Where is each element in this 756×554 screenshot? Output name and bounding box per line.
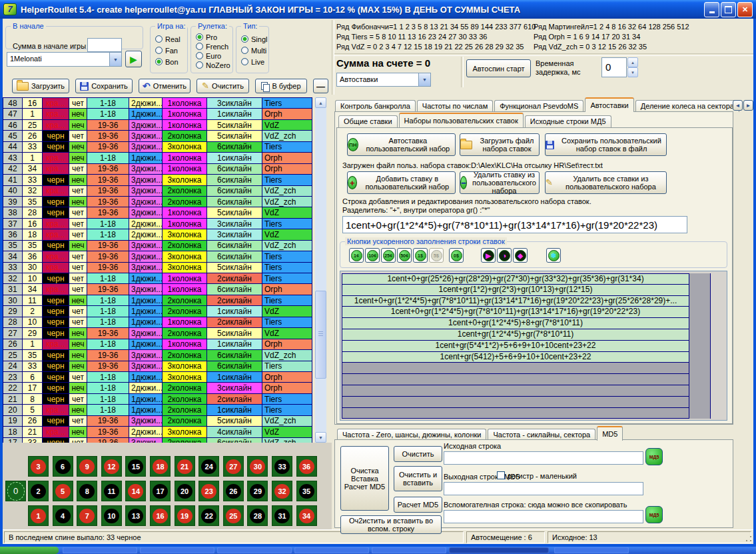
- board-cell-16[interactable]: 16: [150, 505, 171, 526]
- board-cell-9[interactable]: 9: [77, 456, 97, 477]
- md5-icon-button-1[interactable]: МД5: [645, 448, 663, 465]
- radio-pro[interactable]: Pro: [196, 33, 232, 41]
- board-cell-22[interactable]: 22: [198, 505, 219, 526]
- scrollbar-down-button[interactable]: ▼: [315, 432, 326, 443]
- board-cell-30[interactable]: 30: [247, 456, 268, 477]
- quick-button-coin-1c[interactable]: 1¢: [349, 248, 364, 263]
- table-row[interactable]: 1926чернчет19-363дюжи...2колонка5сиклайн…: [3, 416, 312, 427]
- table-scrollbar[interactable]: ▲ ▼: [315, 97, 326, 443]
- radio-bon[interactable]: Bon: [155, 57, 187, 66]
- delay-spinner-value[interactable]: 0: [601, 57, 627, 77]
- source-string-input[interactable]: [444, 451, 643, 465]
- table-row[interactable]: 3011черннеч1-181дюжи...2колонка2сиклайнT…: [3, 295, 312, 306]
- board-cell-18[interactable]: 18: [150, 456, 171, 477]
- resize-grip[interactable]: [745, 535, 752, 542]
- radio-nozero[interactable]: NoZero: [196, 61, 232, 69]
- autobet-user-set-button[interactable]: ПН Автоставка пользовательский набор: [347, 133, 456, 156]
- board-cell-24[interactable]: 24: [198, 456, 219, 477]
- table-row[interactable]: 3210чернчет1-181дюжи...1колонка2сиклайнT…: [3, 273, 312, 284]
- board-cell-4[interactable]: 4: [53, 505, 73, 526]
- tab-исходные-строки-мд5[interactable]: Исходные строки МД5: [525, 115, 611, 127]
- table-row[interactable]: 3330кра...чет19-363дюжи...3колонка5сикла…: [3, 263, 312, 273]
- tab-деление-колеса-на-сектора[interactable]: Деление колеса на сектора: [635, 100, 739, 112]
- remove-all-bets-button[interactable]: ✎ Удалить все ставки из пользовательског…: [545, 171, 667, 194]
- table-row[interactable]: 4032кра...чет19-363дюжи...2колонка6сикла…: [3, 186, 312, 197]
- tabs-scroll-right-button[interactable]: ►: [743, 100, 753, 111]
- table-row[interactable]: 3935черннеч19-363дюжи...2колонка6сиклайн…: [3, 197, 312, 207]
- bet-row[interactable]: 1cent+gr(5412)+5+6+9+10+10cent+23+22: [342, 352, 727, 363]
- taskbar-button[interactable]: [372, 547, 446, 553]
- bet-row[interactable]: 1cent+0+gr(1*2*4*5)+8+gr(7*8*10*11): [342, 318, 727, 329]
- taskbar-button[interactable]: [554, 547, 629, 553]
- board-cell-28[interactable]: 28: [247, 505, 268, 526]
- table-row[interactable]: 4816кра...чет1-182дюжи...1колонка3сиклай…: [3, 98, 312, 109]
- table-row[interactable]: 1821кра...неч19-362дюжи...3колонка4сикла…: [3, 427, 312, 437]
- load-set-file-button[interactable]: Загрузить файл набора ставок: [460, 133, 540, 156]
- board-cell-15[interactable]: 15: [125, 456, 146, 477]
- md5-calc-button[interactable]: Расчет MD5: [394, 497, 442, 513]
- clear-paste-aux-button[interactable]: Оч2истить и вставить во вспом. строку: [340, 515, 442, 534]
- bet-row[interactable]: 1cent+0+gr(1*2*4*5)+gr(7*8*10*11)+gr(13*…: [342, 296, 727, 307]
- start-button[interactable]: [0, 547, 59, 554]
- board-cell-7[interactable]: 7: [77, 505, 97, 526]
- table-row[interactable]: 4526чернчет19-363дюжи...2колонка5сиклайн…: [3, 131, 312, 141]
- tab-функционал-psevdoms[interactable]: Функционал PsevdoMS: [494, 100, 583, 112]
- maximize-button[interactable]: [721, 2, 736, 17]
- table-row[interactable]: 2433черннеч19-363дюжи...3колонка6сиклайн…: [3, 361, 312, 372]
- combo-dropdown-button[interactable]: ▼: [418, 73, 430, 86]
- autospin-start-button[interactable]: Автоспин старт: [466, 59, 531, 77]
- copy-to-buffer-button[interactable]: В буфер: [255, 79, 307, 93]
- table-row[interactable]: 431кра...неч1-181дюжи...1колонка1сиклайн…: [3, 153, 312, 163]
- quick-button-coin-25c[interactable]: 25¢: [381, 248, 396, 263]
- tab-наборы-пользовательских-ставок[interactable]: Наборы пользовательских ставок: [399, 113, 524, 127]
- board-cell-36[interactable]: 36: [296, 456, 317, 477]
- radio-euro[interactable]: Euro: [196, 51, 232, 60]
- quick-button-coin-10c[interactable]: 10¢: [365, 248, 380, 263]
- table-row[interactable]: 261кра...неч1-181дюжи...1колонка1сиклайн…: [3, 339, 312, 350]
- board-cell-2[interactable]: 2: [28, 481, 49, 501]
- board-cell-33[interactable]: 33: [272, 456, 292, 477]
- table-row[interactable]: 205кра...неч1-181дюжи...2колонка1сиклайн…: [3, 405, 312, 415]
- board-cell-27[interactable]: 27: [223, 456, 244, 477]
- radio-real[interactable]: Real: [155, 35, 187, 43]
- radio-french[interactable]: French: [196, 42, 232, 51]
- scrollbar-thumb[interactable]: [315, 291, 326, 379]
- md5-clear-paste-calc-button[interactable]: Очистка Вставка Расчет MD5: [340, 446, 389, 511]
- remove-bet-button[interactable]: − Удалить ставку из пользовательского на…: [460, 171, 540, 194]
- close-button[interactable]: ✕: [737, 2, 753, 17]
- spinner-up-button[interactable]: ▲: [627, 57, 638, 67]
- board-cell-21[interactable]: 21: [175, 456, 195, 477]
- board-cell-31[interactable]: 31: [272, 505, 292, 526]
- board-cell-32[interactable]: 32: [272, 481, 292, 501]
- quick-button-diamond-icon[interactable]: ◆: [513, 248, 528, 263]
- quick-button-play-icon[interactable]: ▶: [481, 248, 496, 263]
- table-row[interactable]: 2810чернчет1-181дюжи...1колонка2сиклайнT…: [3, 317, 312, 328]
- quick-button-half-circle-icon[interactable]: ◑: [497, 248, 512, 263]
- board-cell-34[interactable]: 34: [296, 505, 317, 526]
- board-cell-35[interactable]: 35: [296, 481, 317, 501]
- load-button[interactable]: Загрузить: [12, 79, 69, 93]
- table-row[interactable]: 3716кра...чет1-182дюжи...1колонка3сиклай…: [3, 219, 312, 229]
- table-row[interactable]: 3436кра...чет19-363дюжи...3колонка6сикла…: [3, 251, 312, 262]
- md5-clear-button[interactable]: Очистить: [394, 446, 442, 462]
- mode-combo[interactable]: Автоставки ▼: [336, 73, 431, 87]
- radio-live[interactable]: Live: [241, 57, 268, 66]
- table-row[interactable]: 1733чернчет19-363дюжи...2колонка6сиклайн…: [3, 438, 312, 443]
- table-row[interactable]: 4234кра...чет19-363дюжи...1колонка6сикла…: [3, 164, 312, 175]
- spinner-down-button[interactable]: ▼: [627, 67, 638, 77]
- collapse-button[interactable]: —: [313, 79, 328, 93]
- tabs-scroll-left-button[interactable]: ◄: [733, 100, 743, 111]
- table-row[interactable]: 3828чернчет19-363дюжи...1колонка5сиклайн…: [3, 207, 312, 218]
- radio-singl[interactable]: Singl: [241, 35, 268, 43]
- quick-button-coin-1d[interactable]: 1$: [413, 248, 428, 263]
- strategy-combo[interactable]: 1Melonati ▼: [7, 52, 122, 67]
- lowercase-checkbox[interactable]: [497, 471, 505, 479]
- add-bet-button[interactable]: + Добавить ставку в пользовательский наб…: [347, 171, 456, 194]
- quick-button-coin-5d[interactable]: 5$: [429, 248, 444, 263]
- board-cell-17[interactable]: 17: [150, 481, 171, 501]
- board-cell-8[interactable]: 8: [77, 481, 97, 501]
- output-string-input[interactable]: [444, 482, 643, 495]
- table-row[interactable]: 471кра...неч1-181дюжи...1колонка1сиклайн…: [3, 109, 312, 119]
- tab-автоставки[interactable]: Автоставки: [585, 97, 633, 112]
- board-cell-13[interactable]: 13: [125, 505, 146, 526]
